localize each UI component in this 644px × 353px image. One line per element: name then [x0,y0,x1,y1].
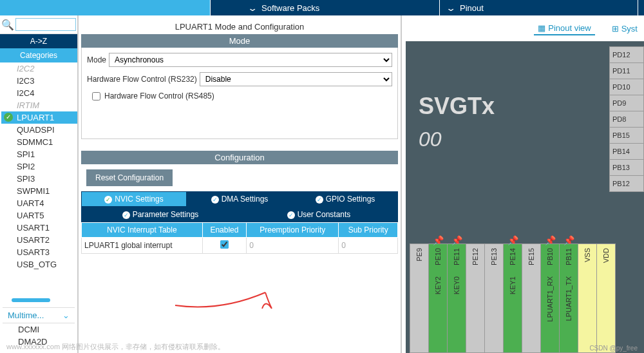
multimedia-label: Multime... [8,310,44,320]
tab-user-constants[interactable]: ✓User Constants [240,207,398,222]
hwflow-label: Hardware Flow Control (RS232) [87,75,197,84]
periph-item-i2c4[interactable]: I2C4 [1,87,77,99]
pin-pd10[interactable]: PD10 [609,79,644,95]
mode-select[interactable]: Asynchronous [109,53,392,67]
pin-tack-icon: 📌 [507,235,518,245]
check-icon: ✓ [122,211,130,219]
pin-label: PE9 [415,248,423,262]
system-view-button[interactable]: ⊞ Syst [608,23,641,35]
periph-item-dcmi[interactable]: DCMI [3,323,75,336]
col-preempt: Preemption Priority [247,223,339,238]
pin-pe13[interactable]: PE13 [484,243,504,353]
pinout-label: Pinout [460,3,484,13]
pin-pd8[interactable]: PD8 [609,111,644,128]
hwflow-select[interactable]: Disable [200,72,392,86]
periph-item-spi3[interactable]: SPI3 [1,173,77,185]
pin-pb10[interactable]: 📌PB10LPUART1_RX [540,243,560,353]
chevron-down-icon: ⌄ [446,3,457,13]
periph-item-uart4[interactable]: UART4 [1,197,77,209]
interrupt-name: LPUART1 global interrupt [82,238,203,254]
chip-diagram[interactable]: SVGTx 00 PE9📌PE10KEY2📌PE11KEY0PE12PE13📌P… [406,41,644,353]
pin-vdd[interactable]: VDD [596,243,616,353]
check-icon: ✓ [104,196,112,204]
mode-header: Mode [81,34,398,48]
periph-item-usart2[interactable]: USART2 [1,234,77,246]
pin-label: PE14 [509,248,516,265]
rs485-checkbox[interactable] [92,92,100,100]
pin-function: LPUART1_RX [546,276,554,322]
pin-pd11[interactable]: PD11 [609,62,644,79]
pin-pb12[interactable]: PB12 [609,175,644,192]
pin-pb11[interactable]: 📌PB11LPUART1_TX [559,243,578,353]
nvic-row[interactable]: LPUART1 global interrupt 0 0 [82,238,398,254]
red-annotation [169,286,298,325]
config-center-panel: LPUART1 Mode and Configuration Mode Mode… [79,15,401,353]
peripheral-sidebar: 🔍 A->Z Categories I2C2I2C3I2C4IRTIMLPUAR… [0,15,79,353]
pinout-view-button[interactable]: ▦ Pinout view [534,22,594,35]
pin-pb13[interactable]: PB13 [609,159,644,176]
pin-label: PB11 [565,248,573,265]
tab-gpio-settings[interactable]: ✓GPIO Settings [292,191,398,207]
search-input[interactable] [15,18,76,31]
pinout-panel: ▦ Pinout view ⊞ Syst SVGTx 00 PE9📌PE10KE… [401,15,644,353]
tab-dma-settings[interactable]: ✓DMA Settings [187,191,292,207]
periph-item-usart1[interactable]: USART1 [1,222,77,234]
pin-label: PE11 [453,248,460,265]
periph-item-spi1[interactable]: SPI1 [1,148,77,160]
pin-label: VDD [602,248,610,263]
periph-item-sdmmc1[interactable]: SDMMC1 [1,136,77,148]
periph-item-usb_otg[interactable]: USB_OTG [1,258,77,271]
tab-parameter-settings[interactable]: ✓Parameter Settings [81,207,240,222]
periph-item-i2c3[interactable]: I2C3 [1,75,77,87]
pin-vss[interactable]: VSS [578,243,597,353]
watermark-text: www.xxxxxx.com 网络图片仅供展示，非存储，如有侵权请联系删除。 [6,342,225,352]
pin-label: PE10 [434,248,442,265]
pin-pe10[interactable]: 📌PE10KEY2 [428,243,448,353]
config-title: LPUART1 Mode and Configuration [81,18,398,34]
chip-part-number: SVGTx [419,93,495,120]
pin-label: PE12 [471,248,479,265]
chevron-down-icon: ⌄ [62,310,70,320]
interrupt-enabled-checkbox[interactable] [220,240,229,249]
pin-pe9[interactable]: PE9 [410,243,429,353]
periph-item-usart3[interactable]: USART3 [1,246,77,258]
chevron-down-icon: ⌄ [247,3,258,13]
periph-item-uart5[interactable]: UART5 [1,209,77,222]
pin-tack-icon: 📌 [564,235,574,245]
software-packs-menu[interactable]: ⌄ Software Packs [210,0,439,15]
pinout-menu[interactable]: ⌄ Pinout [439,0,638,15]
config-header: Configuration [81,151,398,164]
mode-label: Mode [87,55,106,64]
pin-pd9[interactable]: PD9 [609,95,644,111]
pin-pe14[interactable]: 📌PE14KEY1 [503,243,522,353]
col-sub: Sub Priority [339,223,398,238]
periph-item-lpuart1[interactable]: LPUART1 [1,111,77,124]
pin-pb15[interactable]: PB15 [609,127,644,144]
check-icon: ✓ [316,196,323,204]
pin-pe12[interactable]: PE12 [466,243,485,353]
pin-tack-icon: 📌 [433,235,444,245]
pin-pb14[interactable]: PB14 [609,143,644,160]
categories-button[interactable]: Categories [0,48,77,62]
periph-item-quadspi[interactable]: QUADSPI [1,124,77,136]
pin-label: VSS [583,248,591,262]
sort-az-button[interactable]: A->Z [0,34,77,48]
pin-label: PE15 [527,248,535,265]
reset-config-button[interactable]: Reset Configuration [86,169,173,186]
rs485-label: Hardware Flow Control (RS485) [104,91,214,100]
col-interrupt: NVIC Interrupt Table [82,223,203,238]
sub-priority: 0 [339,238,398,254]
periph-item-i2c2[interactable]: I2C2 [1,62,77,75]
pin-function: KEY2 [434,276,442,294]
grid-icon: ⊞ [612,24,619,33]
multimedia-category[interactable]: Multime... ⌄ [3,307,75,323]
software-packs-label: Software Packs [261,3,319,13]
chip-suffix: 00 [419,128,495,151]
tab-nvic-settings[interactable]: ✓NVIC Settings [81,191,187,207]
pin-pe15[interactable]: PE15 [522,243,541,353]
periph-item-irtim[interactable]: IRTIM [1,99,77,111]
pin-pe11[interactable]: 📌PE11KEY0 [447,243,466,353]
pin-pd12[interactable]: PD12 [609,46,644,63]
periph-item-swpmi1[interactable]: SWPMI1 [1,185,77,197]
periph-item-spi2[interactable]: SPI2 [1,160,77,173]
